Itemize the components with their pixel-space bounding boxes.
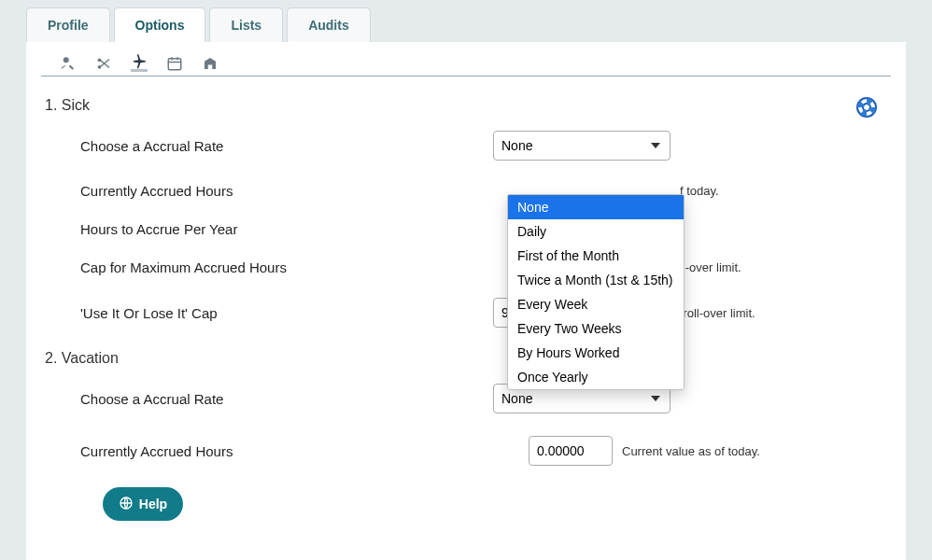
- dropdown-option-daily[interactable]: Daily: [508, 219, 684, 244]
- label-hours-per-year-sick: Hours to Accrue Per Year: [45, 221, 493, 237]
- hint-accrued-hours-vacation: Current value as of today.: [622, 444, 760, 458]
- label-use-lose-sick: 'Use It Or Lose It' Cap: [45, 305, 493, 321]
- help-label: Help: [139, 497, 167, 511]
- dropdown-option-every-two-weeks[interactable]: Every Two Weeks: [508, 316, 684, 341]
- label-accrued-hours-vacation: Currently Accrued Hours: [45, 443, 493, 459]
- svg-rect-3: [168, 59, 181, 70]
- input-accrued-hours-vacation[interactable]: [529, 436, 613, 466]
- section-heading-vacation: 2. Vacation: [45, 350, 887, 367]
- label-accrual-rate-vacation: Choose a Accrual Rate: [45, 391, 493, 407]
- building-icon[interactable]: [202, 55, 219, 72]
- dropdown-option-every-week[interactable]: Every Week: [508, 292, 684, 316]
- dropdown-option-first-of-month[interactable]: First of the Month: [508, 244, 684, 268]
- dropdown-option-once-yearly[interactable]: Once Yearly: [508, 365, 684, 389]
- dropdown-option-twice-a-month[interactable]: Twice a Month (1st & 15th): [508, 268, 684, 292]
- icon-toolbar: [41, 55, 891, 77]
- hint-max-cap-sick: ll-over limit.: [680, 260, 741, 274]
- label-accrued-hours-sick: Currently Accrued Hours: [45, 183, 493, 199]
- scissors-icon[interactable]: [95, 55, 112, 72]
- section-heading-sick: 1. Sick: [45, 97, 887, 114]
- label-accrual-rate-sick: Choose a Accrual Rate: [45, 138, 493, 154]
- tab-options[interactable]: Options: [114, 7, 206, 42]
- dropdown-option-by-hours-worked[interactable]: By Hours Worked: [508, 341, 684, 365]
- options-panel: 1. Sick Choose a Accrual Rate None Curre…: [26, 42, 906, 560]
- help-ring-icon[interactable]: [855, 96, 878, 121]
- airplane-icon[interactable]: [131, 55, 148, 72]
- svg-point-0: [64, 57, 69, 63]
- tab-audits[interactable]: Audits: [287, 7, 371, 42]
- hint-accrued-hours-sick: f today.: [680, 184, 719, 198]
- help-button[interactable]: Help: [103, 487, 183, 521]
- tabs-bar: Profile Options Lists Audits: [0, 0, 932, 42]
- person-edit-icon[interactable]: [60, 55, 77, 72]
- dropdown-accrual-rate-open: None Daily First of the Month Twice a Mo…: [507, 194, 685, 390]
- select-accrual-rate-sick[interactable]: None: [493, 131, 671, 161]
- globe-icon: [119, 496, 134, 513]
- dropdown-option-none[interactable]: None: [508, 195, 684, 219]
- tab-profile[interactable]: Profile: [26, 7, 110, 42]
- tab-lists[interactable]: Lists: [209, 7, 283, 42]
- calendar-icon[interactable]: [166, 55, 183, 72]
- label-max-cap-sick: Cap for Maximum Accrued Hours: [45, 259, 493, 275]
